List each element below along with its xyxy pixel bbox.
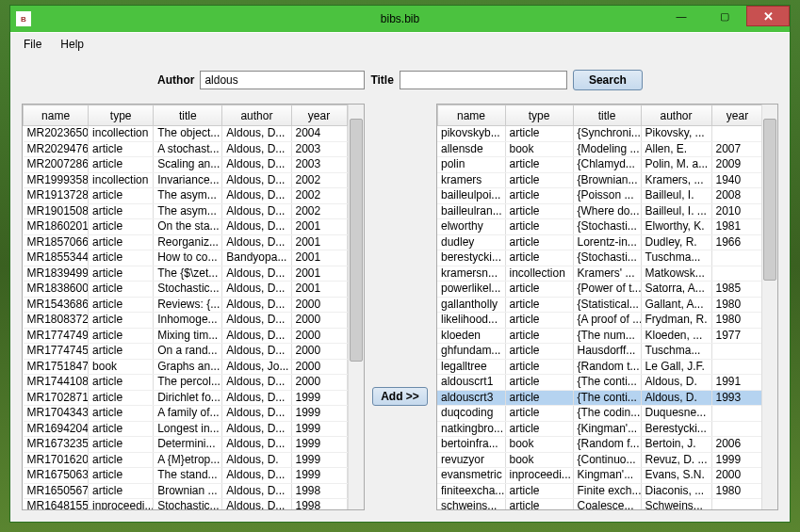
minimize-button[interactable]: — [660,6,703,26]
table-row[interactable]: revuzyorbook{Continuo...Revuz, D. ...199… [437,452,761,468]
left-header-title[interactable]: title [154,105,222,126]
table-row[interactable]: finiteexcha...articleFinite exch...Diaco… [437,483,761,499]
left-scrollbar-v[interactable] [348,105,364,509]
right-header-author[interactable]: author [641,105,711,126]
cell-type: article [89,250,154,266]
table-row[interactable]: MR1675063articleThe stand...Aldous, D...… [24,468,348,484]
table-row[interactable]: bertoinfra...book{Random f...Bertoin, J.… [437,437,761,453]
table-row[interactable]: MR1704343articleA family of...Aldous, D.… [24,406,348,422]
table-row[interactable]: evansmetricinproceedi...Kingman'...Evans… [437,468,761,484]
table-row[interactable]: kramersarticle{Brownian...Kramers, ...19… [437,172,761,188]
add-button[interactable]: Add >> [372,387,428,406]
right-header-type[interactable]: type [505,105,573,126]
title-input[interactable] [400,71,567,89]
right-scrollbar-v[interactable] [761,105,777,509]
left-header-name[interactable]: name [24,105,89,126]
cell-year: 1998 [291,483,347,499]
cell-year [711,250,761,266]
table-row[interactable]: MR1857066articleReorganiz...Aldous, D...… [24,234,348,250]
table-row[interactable]: MR1855344articleHow to co...Bandyopa...2… [24,250,348,266]
left-header-type[interactable]: type [89,105,154,126]
table-row[interactable]: likelihood...article{A proof of ...Frydm… [437,313,761,329]
cell-type: article [505,328,573,344]
cell-author: Kramers, ... [641,172,711,188]
table-row[interactable]: pikovskyb...article{Synchroni...Pikovsky… [437,126,761,142]
cell-author: Allen, E. [641,141,711,157]
table-row[interactable]: duqcodingarticle{The codin...Duquesne... [437,406,761,422]
table-row[interactable]: aldouscrt1article{The conti...Aldous, D.… [437,375,761,391]
left-header-author[interactable]: author [222,105,291,126]
table-row[interactable]: bailleulran...article{Where do...Bailleu… [437,203,761,219]
cell-name: MR1774745 [24,344,89,360]
cell-author: Aldous, D. [641,375,711,391]
cell-name: duqcoding [437,406,505,422]
cell-title: Brownian ... [154,483,222,499]
table-row[interactable]: MR2023650incollectionThe object...Aldous… [24,126,348,142]
table-row[interactable]: MR1751847bookGraphs an...Aldous, Jo...20… [24,359,348,375]
table-row[interactable]: powerlikel...article{Power of t...Satorr… [437,282,761,298]
table-row[interactable]: schweins...articleCoalesce...Schweins... [437,499,761,510]
cell-type: article [505,203,573,219]
table-row[interactable]: MR1701620articleA {M}etrop...Aldous, D.1… [24,452,348,468]
cell-name: MR1744108 [24,375,89,391]
table-row[interactable]: elworthyarticle{Stochasti...Elworthy, K.… [437,219,761,235]
table-row[interactable]: natkingbro...article{Kingman'...Berestyc… [437,421,761,437]
table-row[interactable]: gallanthollyarticle{Statistical...Gallan… [437,297,761,313]
menu-file[interactable]: File [16,35,49,54]
table-row[interactable]: MR1774745articleOn a rand...Aldous, D...… [24,344,348,360]
table-row[interactable]: MR1774749articleMixing tim...Aldous, D..… [24,328,348,344]
table-row[interactable]: MR1839499articleThe {$\zet...Aldous, D..… [24,266,348,282]
cell-type: article [505,250,573,266]
search-button[interactable]: Search [573,70,643,90]
table-row[interactable]: MR1808372articleInhomoge...Aldous, D...2… [24,313,348,329]
cell-name: MR1901508 [24,203,89,219]
cell-name: kramers [437,172,505,188]
table-row[interactable]: MR1694204articleLongest in...Aldous, D..… [24,421,348,437]
table-row[interactable]: polinarticle{Chlamyd...Polin, M. a...200… [437,157,761,173]
right-header-name[interactable]: name [437,105,505,126]
cell-author: Duquesne... [641,406,711,422]
cell-year: 2007 [711,141,761,157]
close-button[interactable]: ✕ [746,6,790,26]
table-row[interactable]: MR1744108articleThe percol...Aldous, D..… [24,375,348,391]
maximize-button[interactable]: ▢ [703,6,746,26]
cell-title: Coalesce... [573,499,641,510]
cell-author: Aldous, D... [222,282,291,298]
table-row[interactable]: MR1860201articleOn the sta...Aldous, D..… [24,219,348,235]
menu-help[interactable]: Help [53,35,91,54]
table-row[interactable]: legalltreearticle{Random t...Le Gall, J.… [437,359,761,375]
cell-author: Bertoin, J. [641,437,711,453]
cell-type: article [505,188,573,204]
cell-author: Evans, S.N. [641,468,711,484]
cell-year: 1991 [711,375,761,391]
table-row[interactable]: MR1673235articleDetermini...Aldous, D...… [24,437,348,453]
table-row[interactable]: MR2007286articleScaling an...Aldous, D..… [24,157,348,173]
table-row[interactable]: MR1913728articleThe asym...Aldous, D...2… [24,188,348,204]
table-row[interactable]: MR2029476articleA stochast...Aldous, D..… [24,141,348,157]
table-row[interactable]: berestycki...article{Stochasti...Tuschma… [437,250,761,266]
table-row[interactable]: aldouscrt3article{The conti...Aldous, D.… [437,390,761,406]
cell-name: MR1838600 [24,282,89,298]
table-row[interactable]: MR1650567articleBrownian ...Aldous, D...… [24,483,348,499]
table-row[interactable]: kramersn...incollectionKramers' ...Matko… [437,266,761,282]
cell-author: Revuz, D. ... [641,452,711,468]
left-header-year[interactable]: year [291,105,347,126]
table-row[interactable]: dudleyarticleLorentz-in...Dudley, R.1966 [437,234,761,250]
right-header-year[interactable]: year [711,105,761,126]
cell-year: 2000 [291,328,347,344]
table-row[interactable]: allensdebook{Modeling ...Allen, E.2007 [437,141,761,157]
table-row[interactable]: ghfundam...articleHausdorff...Tuschma... [437,344,761,360]
titlebar[interactable]: B bibs.bib — ▢ ✕ [10,6,790,32]
table-row[interactable]: kloedenarticle{The num...Kloeden, ...197… [437,328,761,344]
right-header-title[interactable]: title [573,105,641,126]
table-row[interactable]: MR1999358incollectionInvariance...Aldous… [24,172,348,188]
table-row[interactable]: MR1648155inproceedi...Stochastic...Aldou… [24,499,348,510]
cell-name: MR1702871 [24,390,89,406]
table-row[interactable]: MR1702871articleDirichlet fo...Aldous, D… [24,390,348,406]
table-row[interactable]: MR1838600articleStochastic...Aldous, D..… [24,282,348,298]
cell-title: Dirichlet fo... [154,390,222,406]
table-row[interactable]: bailleulpoi...article{Poisson ...Bailleu… [437,188,761,204]
table-row[interactable]: MR1901508articleThe asym...Aldous, D...2… [24,203,348,219]
author-input[interactable] [200,71,365,89]
table-row[interactable]: MR1543686articleReviews: {...Aldous, D..… [24,297,348,313]
